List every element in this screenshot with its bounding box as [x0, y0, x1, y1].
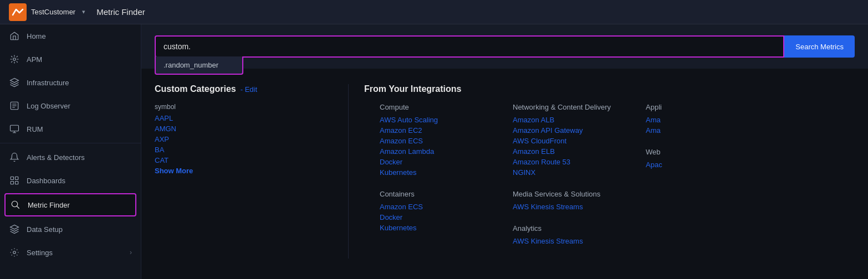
nginx-link[interactable]: NGINX: [513, 168, 535, 177]
web-apac-link[interactable]: Apac: [646, 161, 662, 169]
custom-categories-edit-link[interactable]: - Edit: [241, 85, 257, 94]
web-group: Web Apac: [646, 148, 712, 169]
customer-name[interactable]: TestCustomer: [31, 8, 75, 16]
sidebar-item-dashboards-label: Dashboards: [27, 177, 65, 185]
containers-docker-link[interactable]: Docker: [380, 213, 402, 221]
aws-autoscaling-link[interactable]: AWS Auto Scaling: [380, 116, 438, 124]
integrations-section: From Your Integrations Compute AWS Auto …: [349, 84, 855, 259]
sidebar-item-rum-label: RUM: [27, 125, 43, 133]
list-item: Kubernetes: [380, 224, 491, 232]
sidebar-item-alerts-detectors[interactable]: Alerts & Detectors: [0, 146, 141, 169]
data-setup-icon: [9, 224, 20, 235]
list-item: Amazon API Gateway: [513, 126, 624, 135]
main-content: .random_number Search Metrics Custom Cat…: [141, 24, 868, 279]
autocomplete-item[interactable]: .random_number: [156, 56, 242, 74]
sidebar-item-alerts-label: Alerts & Detectors: [27, 153, 85, 162]
kubernetes-link[interactable]: Kubernetes: [380, 168, 417, 177]
containers-kubernetes-link[interactable]: Kubernetes: [380, 224, 417, 232]
log-observer-icon: [9, 100, 20, 111]
topbar: TestCustomer ▾ Metric Finder: [0, 0, 868, 24]
integrations-header: From Your Integrations: [364, 84, 855, 94]
list-item: Amazon EC2: [380, 126, 491, 135]
analytics-kinesis-link[interactable]: AWS Kinesis Streams: [513, 237, 583, 245]
settings-arrow-icon: ›: [130, 249, 132, 256]
appli-group-title: Appli: [646, 103, 712, 111]
kinesis-streams-link[interactable]: AWS Kinesis Streams: [513, 203, 583, 211]
category-link-ba[interactable]: BA: [155, 146, 164, 154]
list-item: Ama: [646, 126, 712, 135]
sidebar-divider-1: [0, 143, 141, 143]
list-item: Amazon ALB: [513, 116, 624, 124]
sidebar-item-home-label: Home: [27, 32, 46, 40]
list-item: Amazon Route 53: [513, 158, 624, 166]
category-link-axp[interactable]: AXP: [155, 135, 169, 143]
search-metrics-button[interactable]: Search Metrics: [784, 35, 855, 58]
settings-icon: [9, 247, 20, 258]
list-item: AAPL: [155, 114, 335, 122]
customer-chevron-icon: ▾: [82, 8, 85, 16]
integrations-compute-column: Compute AWS Auto Scaling Amazon EC2 Amaz…: [380, 103, 491, 259]
amazon-elb-link[interactable]: Amazon ELB: [513, 147, 555, 156]
home-icon: [9, 30, 20, 42]
docker-link[interactable]: Docker: [380, 158, 402, 166]
list-item: AMGN: [155, 125, 335, 133]
amazon-alb-link[interactable]: Amazon ALB: [513, 116, 554, 124]
autocomplete-dropdown: .random_number: [155, 56, 243, 75]
splunk-logo-icon: [9, 3, 27, 21]
amazon-apigw-link[interactable]: Amazon API Gateway: [513, 126, 583, 135]
svg-point-7: [13, 251, 16, 254]
containers-ecs-link[interactable]: Amazon ECS: [380, 203, 423, 211]
list-item: AWS Kinesis Streams: [513, 203, 624, 211]
sidebar-item-home[interactable]: Home: [0, 24, 141, 48]
amazon-ec2-link[interactable]: Amazon EC2: [380, 126, 422, 135]
amazon-route53-link[interactable]: Amazon Route 53: [513, 158, 570, 166]
apm-icon: [9, 54, 20, 65]
compute-list: AWS Auto Scaling Amazon EC2 Amazon ECS A…: [380, 116, 491, 177]
sidebar-item-settings[interactable]: Settings ›: [0, 241, 141, 264]
custom-categories-title: Custom Categories: [155, 84, 236, 94]
sidebar-item-infrastructure[interactable]: Infrastructure: [0, 71, 141, 94]
aws-cloudfront-link[interactable]: AWS CloudFront: [513, 137, 566, 145]
sidebar-item-data-setup[interactable]: Data Setup: [0, 218, 141, 241]
analytics-group: Analytics AWS Kinesis Streams: [513, 224, 624, 245]
web-group-title: Web: [646, 148, 712, 156]
search-input[interactable]: [156, 37, 783, 56]
sidebar-item-log-observer[interactable]: Log Observer: [0, 94, 141, 117]
category-link-amgn[interactable]: AMGN: [155, 125, 176, 133]
custom-categories-list: AAPL AMGN AXP BA CAT: [155, 114, 335, 164]
list-item: Amazon ECS: [380, 203, 491, 211]
category-link-cat[interactable]: CAT: [155, 156, 169, 164]
appli-list: Ama Ama: [646, 116, 712, 135]
svg-rect-6: [16, 182, 18, 184]
web-list: Apac: [646, 161, 712, 169]
list-item: Kubernetes: [380, 168, 491, 177]
amazon-ecs-link[interactable]: Amazon ECS: [380, 137, 423, 145]
sidebar-item-metric-finder-label: Metric Finder: [28, 201, 70, 209]
amazon-lambda-link[interactable]: Amazon Lambda: [380, 147, 434, 156]
list-item: NGINX: [513, 168, 624, 177]
logo-area[interactable]: TestCustomer ▾: [9, 3, 85, 21]
sidebar-item-rum[interactable]: RUM: [0, 117, 141, 141]
svg-rect-2: [11, 125, 19, 131]
appli-ama1-link[interactable]: Ama: [646, 116, 661, 124]
metric-finder-icon: [10, 199, 21, 210]
list-item: Docker: [380, 158, 491, 166]
appli-ama2-link[interactable]: Ama: [646, 126, 661, 135]
networking-group-title: Networking & Content Delivery: [513, 103, 624, 111]
list-item: AWS Auto Scaling: [380, 116, 491, 124]
sidebar-item-apm[interactable]: APM: [0, 48, 141, 71]
sidebar-item-log-observer-label: Log Observer: [27, 102, 70, 110]
containers-group: Containers Amazon ECS Docker Kubernetes: [380, 190, 491, 232]
show-more-link[interactable]: Show More: [155, 167, 335, 175]
list-item: CAT: [155, 156, 335, 164]
category-link-aapl[interactable]: AAPL: [155, 114, 173, 122]
media-services-title: Media Services & Solutions: [513, 190, 624, 198]
sidebar-item-apm-label: APM: [27, 55, 42, 64]
networking-group: Networking & Content Delivery Amazon ALB…: [513, 103, 624, 177]
sidebar-item-metric-finder[interactable]: Metric Finder: [4, 193, 136, 216]
list-item: Amazon Lambda: [380, 147, 491, 156]
search-input-container: .random_number: [155, 35, 784, 58]
rum-icon: [9, 123, 20, 135]
custom-categories-section: Custom Categories - Edit symbol AAPL AMG…: [155, 84, 349, 259]
sidebar-item-dashboards[interactable]: Dashboards: [0, 169, 141, 192]
